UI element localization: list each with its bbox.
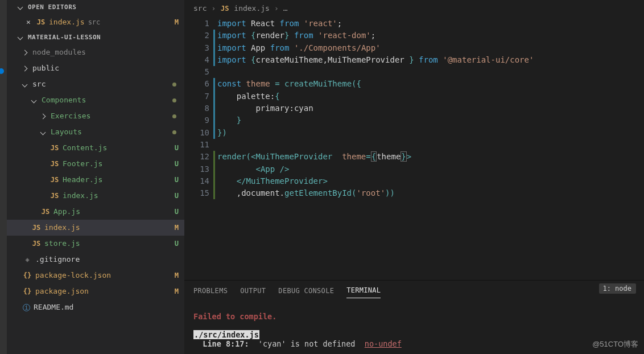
watermark: @51CTO博客 — [592, 339, 638, 349]
dirty-dot-icon — [172, 83, 176, 87]
tree-item-name: Footer.js — [63, 158, 102, 170]
tree-item[interactable]: JSFooter.jsU — [7, 156, 184, 172]
scm-tag: M — [175, 16, 179, 28]
tree-item-name: package-lock.json — [35, 269, 111, 282]
code-line[interactable]: </MuiThemeProvider> — [217, 175, 534, 187]
code-line[interactable]: palette:{ — [217, 90, 534, 102]
tree-item-name: Components — [42, 94, 86, 106]
close-icon[interactable]: × — [24, 16, 33, 28]
tree-item[interactable]: ◈.gitignore — [7, 252, 184, 267]
activity-indicator — [0, 68, 4, 74]
panel-tab-output[interactable]: OUTPUT — [240, 283, 266, 298]
tree-item-name: package.json — [35, 285, 89, 298]
dirty-dot-icon — [172, 114, 176, 118]
tree-item-name: public — [32, 62, 59, 75]
terminal-selector[interactable]: 1: node — [599, 283, 636, 294]
scm-tag: U — [175, 190, 179, 202]
tree-item[interactable]: JSContent.jsU — [7, 140, 184, 156]
panel-tabs: PROBLEMSOUTPUTDEBUG CONSOLETERMINAL — [184, 281, 644, 298]
chevron-right-icon — [22, 65, 28, 71]
tree-item[interactable]: Exercises — [7, 108, 184, 124]
tree-item-name: src — [32, 78, 46, 90]
activity-bar — [0, 0, 7, 354]
tree-item[interactable]: node_modules — [7, 44, 184, 60]
tree-item[interactable]: {}package-lock.jsonM — [7, 267, 184, 283]
code-line[interactable] — [217, 139, 534, 151]
open-editor-item[interactable]: × JS index.js src M — [7, 14, 184, 30]
tree-item[interactable]: JSApp.jsU — [7, 204, 184, 220]
scm-tag: U — [175, 205, 179, 218]
js-icon: JS — [50, 158, 59, 170]
tree-item[interactable]: JSHeader.jsU — [7, 172, 184, 188]
code-line[interactable]: render(<MuiThemeProvider theme={theme}> — [217, 151, 534, 163]
tree-item[interactable]: public — [7, 60, 184, 76]
js-icon: JS — [50, 174, 59, 186]
json-icon: {} — [23, 269, 32, 282]
code-line[interactable]: import App from './Components/App' — [217, 42, 534, 54]
editor-area: src › JS index.js › … 123456789101112131… — [184, 0, 644, 354]
scm-tag: U — [175, 237, 179, 250]
scm-tag: M — [175, 285, 179, 298]
code-line[interactable] — [217, 66, 534, 78]
terminal-rule-link[interactable]: no-undef — [365, 339, 402, 348]
tree-item[interactable]: {}package.jsonM — [7, 283, 184, 299]
tree-item[interactable]: JSindex.jsM — [7, 220, 184, 236]
js-icon: JS — [32, 221, 41, 234]
breadcrumb-sep: › — [211, 4, 216, 13]
js-icon: JS — [220, 5, 229, 13]
breadcrumb-part[interactable]: src — [193, 4, 207, 13]
terminal-loc: Line 8:17: — [193, 339, 249, 348]
terminal-output[interactable]: Failed to compile. ./src/index.js Line 8… — [184, 298, 644, 354]
panel-tab-terminal[interactable]: TERMINAL — [346, 283, 381, 298]
info-icon: i — [23, 304, 30, 311]
chevron-right-icon — [22, 50, 28, 55]
breadcrumb-sep: › — [274, 4, 279, 13]
terminal-file: ./src/index.js — [193, 330, 259, 339]
tree-item[interactable]: iREADME.md — [7, 299, 184, 315]
chevron-down-icon — [40, 129, 46, 135]
tree-item[interactable]: Layouts — [7, 124, 184, 140]
scm-tag: U — [175, 158, 179, 170]
gutter: 123456789101112131415 — [184, 15, 217, 280]
scm-tag: U — [175, 142, 179, 154]
code-line[interactable]: import React from 'react'; — [217, 18, 534, 30]
code-line[interactable]: import {createMuiTheme,MuiThemeProvider … — [217, 54, 534, 66]
scm-tag: M — [175, 269, 179, 282]
tree-item-name: index.js — [44, 221, 80, 234]
code-line[interactable]: <App /> — [217, 163, 534, 175]
tree-item[interactable]: Components — [7, 92, 184, 108]
js-icon: JS — [32, 237, 41, 250]
breadcrumb-part[interactable]: … — [283, 4, 288, 13]
breadcrumb[interactable]: src › JS index.js › … — [184, 0, 644, 15]
scm-tag: M — [175, 221, 179, 234]
dirty-dot-icon — [172, 130, 176, 134]
code-line[interactable]: import {render} from 'react-dom'; — [217, 30, 534, 42]
tree-item-name: Header.js — [63, 174, 102, 186]
panel-tab-debug-console[interactable]: DEBUG CONSOLE — [278, 283, 334, 298]
breadcrumb-part[interactable]: index.js — [234, 4, 270, 13]
code-line[interactable]: }) — [217, 127, 534, 139]
js-icon: JS — [50, 190, 59, 202]
tree-item-name: index.js — [63, 190, 98, 202]
code-editor[interactable]: 123456789101112131415 import React from … — [184, 15, 644, 280]
tree-item[interactable]: JSstore.jsU — [7, 236, 184, 252]
bottom-panel: PROBLEMSOUTPUTDEBUG CONSOLETERMINAL 1: n… — [184, 280, 644, 354]
code-line[interactable]: primary:cyan — [217, 102, 534, 114]
code-line[interactable]: } — [217, 114, 534, 126]
git-icon: ◈ — [23, 253, 32, 266]
dirty-dot-icon — [172, 98, 176, 102]
terminal-msg: 'cyan' is not defined — [249, 339, 365, 348]
file-tree: node_modulespublicsrcComponentsExercises… — [7, 44, 184, 315]
workspace-header[interactable]: MATERIAL-UI-LESSON — [7, 30, 184, 44]
js-icon: JS — [50, 142, 59, 154]
code-line[interactable]: ,document.getElementById('root')) — [217, 187, 534, 199]
tree-item[interactable]: JSindex.jsU — [7, 188, 184, 204]
open-editors-header[interactable]: OPEN EDITORS — [7, 0, 184, 14]
js-icon: JS — [36, 16, 46, 28]
panel-tab-problems[interactable]: PROBLEMS — [193, 283, 228, 298]
open-editors-title: OPEN EDITORS — [28, 3, 76, 11]
code-lines[interactable]: import React from 'react';import {render… — [217, 15, 534, 280]
sidebar: OPEN EDITORS × JS index.js src M MATERIA… — [7, 0, 184, 354]
tree-item[interactable]: src — [7, 76, 184, 92]
code-line[interactable]: const theme = createMuiTheme({ — [217, 78, 534, 90]
